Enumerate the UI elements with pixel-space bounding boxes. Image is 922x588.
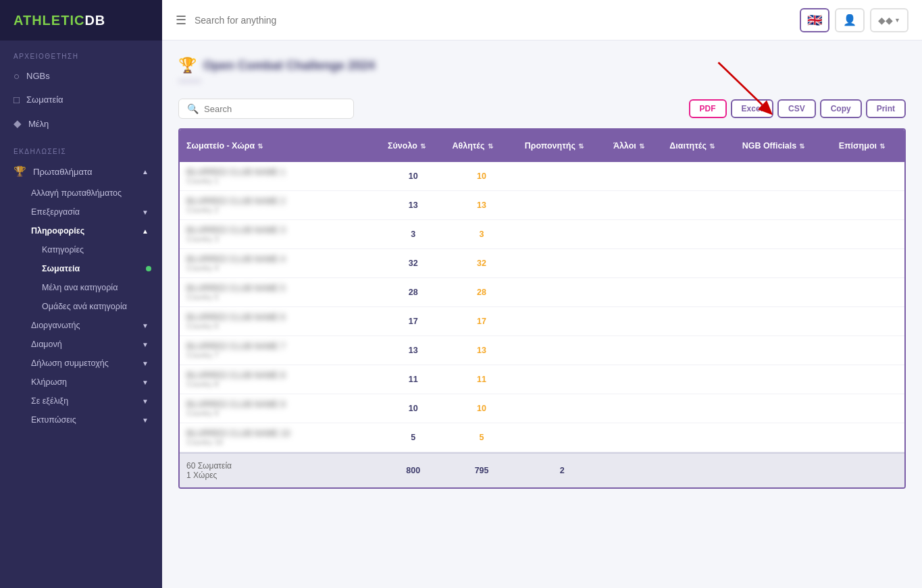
th-total[interactable]: Σύνολο ⇅ xyxy=(381,133,445,159)
footer-others xyxy=(607,465,663,476)
table-row[interactable]: BLURRED CLUB NAME 3Country 333 xyxy=(180,220,904,249)
table-row[interactable]: BLURRED CLUB NAME 6Country 61717 xyxy=(180,307,904,336)
td-coach xyxy=(518,287,607,298)
sidebar-item-ektypwseis[interactable]: Εκτυπώσεις ▼ xyxy=(31,410,162,429)
th-officials[interactable]: Επίσημοι ⇅ xyxy=(832,133,904,159)
avatar-button[interactable]: 👤 xyxy=(835,8,865,32)
td-athletes: 13 xyxy=(445,340,517,360)
footer-countries-label: 1 Χώρες xyxy=(186,471,374,480)
club-country: Country 4 xyxy=(186,264,374,272)
table-row[interactable]: BLURRED CLUB NAME 2Country 21313 xyxy=(180,191,904,220)
sidebar-item-categories[interactable]: Κατηγορίες xyxy=(42,240,162,259)
td-officials xyxy=(832,403,904,414)
td-total: 10 xyxy=(381,166,445,186)
excel-button[interactable]: Excel xyxy=(731,99,773,118)
table-row[interactable]: BLURRED CLUB NAME 9Country 91010 xyxy=(180,394,904,423)
th-referees[interactable]: Διαιτητές ⇅ xyxy=(663,133,735,159)
td-total: 17 xyxy=(381,311,445,331)
td-others xyxy=(607,229,663,240)
sidebar-item-prwtahlimata[interactable]: 🏆 Πρωταθλήματα ▲ xyxy=(0,159,162,184)
pdf-button[interactable]: PDF xyxy=(689,99,727,118)
toolbar: 🔍 PDF Excel CSV Copy Print xyxy=(178,99,906,119)
section-label-archive: ΑΡΧΕΙΟΘΕΤΗΣΗ xyxy=(0,41,162,64)
td-officials xyxy=(832,374,904,385)
table-row[interactable]: BLURRED CLUB NAME 4Country 43232 xyxy=(180,249,904,278)
th-club-label: Σωματείο - Χώρα xyxy=(186,141,255,151)
table-search-input[interactable] xyxy=(204,104,339,114)
td-officials xyxy=(832,200,904,211)
th-ngb[interactable]: NGB Officials ⇅ xyxy=(736,133,832,159)
categories-label: Κατηγορίες xyxy=(42,245,84,255)
language-button[interactable]: 🇬🇧 xyxy=(800,8,829,32)
sidebar-item-epexergasia[interactable]: Επεξεργασία ▼ xyxy=(31,203,162,221)
td-total: 32 xyxy=(381,253,445,273)
sidebar-item-omades[interactable]: Ομάδες ανά κατηγορία xyxy=(42,297,162,316)
th-coach[interactable]: Προπονητής ⇅ xyxy=(518,133,607,159)
td-others xyxy=(607,374,663,385)
sidebar-item-somateia[interactable]: □ Σωματεία xyxy=(0,88,162,111)
th-club[interactable]: Σωματείο - Χώρα ⇅ xyxy=(180,133,381,159)
table-footer: 60 Σωματεία 1 Χώρες 800 795 2 xyxy=(180,452,904,487)
th-athletes-label: Αθλητές xyxy=(452,141,484,151)
td-athletes: 3 xyxy=(445,224,517,244)
td-club: BLURRED CLUB NAME 3Country 3 xyxy=(180,220,381,248)
th-others[interactable]: Άλλοι ⇅ xyxy=(607,133,663,159)
sidebar-item-diamoni[interactable]: Διαμονή ▼ xyxy=(31,335,162,354)
more-options-button[interactable]: ◆◆ ▼ xyxy=(870,8,908,32)
td-coach xyxy=(518,432,607,443)
table-row[interactable]: BLURRED CLUB NAME 5Country 52828 xyxy=(180,278,904,307)
club-country: Country 2 xyxy=(186,206,374,214)
club-name: BLURRED CLUB NAME 10 xyxy=(186,429,374,438)
menu-icon[interactable]: ☰ xyxy=(176,13,186,28)
dots-icon: ◆◆ xyxy=(878,15,893,26)
td-others xyxy=(607,258,663,269)
sidebar-item-label: Μέλη xyxy=(28,119,49,129)
table-row[interactable]: BLURRED CLUB NAME 1Country 11010 xyxy=(180,162,904,191)
sidebar-item-diilosi[interactable]: Δήλωση συμμετοχής ▼ xyxy=(31,354,162,373)
chevron-down-diil: ▼ xyxy=(142,360,149,367)
sidebar-item-pliroforis[interactable]: Πληροφορίες ▲ xyxy=(31,221,162,240)
td-total: 5 xyxy=(381,427,445,448)
td-ngb xyxy=(736,171,832,182)
sidebar-item-somateia2[interactable]: Σωματεία xyxy=(42,259,162,278)
td-others xyxy=(607,432,663,443)
club-country: Country 5 xyxy=(186,293,374,301)
sidebar-item-melaanacat[interactable]: Μέλη ανα κατηγορία xyxy=(42,278,162,297)
table-row[interactable]: BLURRED CLUB NAME 10Country 1055 xyxy=(180,423,904,452)
td-club: BLURRED CLUB NAME 5Country 5 xyxy=(180,278,381,306)
sidebar-item-seexelixi[interactable]: Σε εξέλιξη ▼ xyxy=(31,392,162,410)
td-officials xyxy=(832,258,904,269)
td-coach xyxy=(518,200,607,211)
td-others xyxy=(607,403,663,414)
csv-button[interactable]: CSV xyxy=(777,99,816,118)
sidebar-item-meli[interactable]: ◆ Μέλη xyxy=(0,111,162,136)
print-button[interactable]: Print xyxy=(866,99,906,118)
td-referees xyxy=(663,287,735,298)
meli-icon: ◆ xyxy=(14,117,22,130)
td-referees xyxy=(663,403,735,414)
sidebar-item-allagi[interactable]: Αλλαγή πρωταθλήματος xyxy=(31,184,162,203)
th-total-label: Σύνολο xyxy=(388,141,417,151)
sidebar-item-klirosi[interactable]: Κλήρωση ▼ xyxy=(31,373,162,392)
club-country: Country 7 xyxy=(186,351,374,359)
td-ngb xyxy=(736,374,832,385)
table-row[interactable]: BLURRED CLUB NAME 8Country 81111 xyxy=(180,365,904,394)
ngbs-icon: ○ xyxy=(14,70,20,82)
td-others xyxy=(607,345,663,356)
sidebar-item-ngbs[interactable]: ○ NGBs xyxy=(0,64,162,88)
sidebar-item-diorganotis[interactable]: Διοργανωτής ▼ xyxy=(31,316,162,335)
sort-icon-club: ⇅ xyxy=(257,142,263,150)
td-ngb xyxy=(736,345,832,356)
td-others xyxy=(607,287,663,298)
th-athletes[interactable]: Αθλητές ⇅ xyxy=(445,133,517,159)
club-name: BLURRED CLUB NAME 6 xyxy=(186,313,374,322)
td-referees xyxy=(663,229,735,240)
table-row[interactable]: BLURRED CLUB NAME 7Country 71313 xyxy=(180,336,904,365)
club-name: BLURRED CLUB NAME 5 xyxy=(186,284,374,293)
td-athletes: 13 xyxy=(445,195,517,215)
club-name: BLURRED CLUB NAME 9 xyxy=(186,400,374,409)
copy-button[interactable]: Copy xyxy=(820,99,862,118)
sidebar-sub-pliroforis: Κατηγορίες Σωματεία Μέλη ανα κατηγορία Ο… xyxy=(31,240,162,316)
topbar-search-input[interactable] xyxy=(195,15,397,26)
sort-icon-ngb: ⇅ xyxy=(799,142,804,150)
